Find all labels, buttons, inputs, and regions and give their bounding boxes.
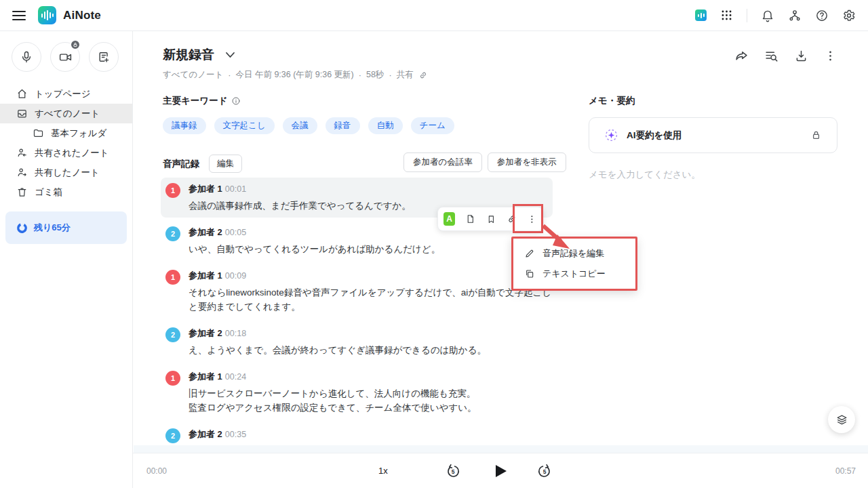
speaker-name: 参加者 1 — [189, 270, 222, 281]
breadcrumb[interactable]: すべてのノート — [163, 69, 223, 81]
help-icon[interactable] — [815, 9, 829, 22]
note-meta: すべてのノート · 今日 午前 9:36 (午前 9:36 更新) · 58秒 … — [163, 69, 428, 81]
trash-icon — [16, 186, 28, 198]
keyword-tag[interactable]: 文字起こし — [214, 117, 275, 134]
keyword-tag[interactable]: 議事録 — [163, 117, 206, 134]
download-icon[interactable] — [794, 49, 808, 63]
transcript-text: 監査ログやアクセス権限の設定もできて、チーム全体で使いやすい。 — [189, 401, 477, 415]
main-content: 新規録音 すべてのノート · 今日 午前 9:36 (午前 9:36 更新) ·… — [133, 31, 868, 453]
memo-heading: メモ・要約 — [589, 95, 635, 107]
keyword-tag[interactable]: チーム — [411, 117, 454, 134]
lock-badge-icon — [70, 39, 81, 50]
transcript-row[interactable]: 2 参加者 200:05 いや、自動でやってくれるツールがあれば助かるんだけど。 — [165, 226, 440, 256]
record-audio-button[interactable] — [12, 42, 41, 72]
sidebar-item-label: 共有したノート — [35, 167, 100, 179]
timestamp[interactable]: 00:24 — [225, 372, 246, 382]
org-chart-icon[interactable] — [788, 9, 802, 22]
folder-icon — [33, 127, 44, 139]
sidebar: トップページ すべてのノート 基本フォルダ 共有されたノート 共有したノート ゴ… — [0, 31, 133, 488]
svg-text:5: 5 — [452, 468, 455, 475]
share-link-icon[interactable] — [418, 70, 428, 80]
skip-forward-5-icon[interactable]: 5 — [536, 463, 553, 479]
sidebar-item-all-notes[interactable]: すべてのノート — [0, 104, 132, 123]
sidebar-item-label: ゴミ箱 — [35, 186, 62, 199]
share-status-label[interactable]: 共有 — [397, 69, 414, 81]
note-timestamp: 今日 午前 9:36 (午前 9:36 更新) — [235, 69, 353, 81]
meta-separator: · — [228, 70, 231, 80]
app-launcher-icon[interactable] — [720, 9, 733, 22]
note-duration: 58秒 — [366, 69, 384, 81]
talk-ratio-button[interactable]: 参加者の会話率 — [403, 152, 482, 172]
copy-icon — [524, 268, 535, 279]
ai-sparkle-icon — [604, 128, 618, 142]
info-icon[interactable] — [231, 96, 241, 106]
home-icon — [16, 88, 28, 100]
layers-fab-button[interactable] — [828, 406, 855, 433]
search-transcript-icon[interactable] — [764, 49, 778, 63]
sidebar-item-top-page[interactable]: トップページ — [0, 84, 132, 104]
highlight-a-icon[interactable]: A — [443, 212, 455, 226]
sidebar-item-label: 共有されたノート — [35, 147, 109, 159]
transcript-row[interactable]: 1 参加者 100:24 旧サービスクローバーノートから進化して、法人向けの機能… — [165, 371, 477, 415]
speaker-name: 参加者 1 — [189, 184, 222, 194]
audio-player-bar: 00:00 1x 5 5 00:57 — [133, 453, 868, 488]
menu-item-edit-transcript[interactable]: 音声記録を編集 — [513, 243, 635, 264]
transcript-row[interactable]: 2 参加者 200:18 え、ようやくまで。会議が終わってすぐぎ議事録ができるの… — [165, 327, 486, 357]
title-chevron-down-icon[interactable] — [225, 52, 235, 59]
player-total-time: 00:57 — [835, 466, 856, 476]
new-note-button[interactable] — [89, 42, 119, 72]
speaker-name: 参加者 1 — [189, 371, 222, 382]
active-row-strip — [134, 445, 868, 453]
remaining-time-card[interactable]: 残り65分 — [5, 211, 127, 244]
timestamp[interactable]: 00:05 — [225, 228, 246, 237]
more-options-icon[interactable] — [824, 49, 837, 62]
sidebar-item-basic-folder[interactable]: 基本フォルダ — [0, 123, 132, 143]
shared-with-me-icon — [16, 147, 28, 159]
transcript-text: それならlineworksinote録音や音声ファイルをアップするだけで、aiが… — [189, 285, 553, 314]
app-logo — [38, 6, 56, 24]
ai-summary-button[interactable]: AI要約を使用 — [589, 117, 837, 153]
app-name: AiNote — [63, 9, 101, 22]
edit-transcript-button[interactable]: 編集 — [209, 155, 242, 173]
menu-item-copy-text[interactable]: テキストコピー — [513, 264, 635, 284]
hamburger-menu-icon[interactable] — [12, 10, 26, 21]
share-note-icon[interactable] — [734, 49, 749, 63]
sidebar-item-shared-with-me[interactable]: 共有されたノート — [0, 143, 132, 163]
keyword-tag[interactable]: 録音 — [326, 117, 360, 134]
settings-icon[interactable] — [842, 9, 856, 22]
shared-by-me-icon — [16, 167, 28, 178]
keyword-tag[interactable]: 自動 — [368, 117, 403, 134]
top-bar: AiNote — [0, 0, 868, 31]
memo-input-placeholder[interactable]: メモを入力してください。 — [589, 169, 701, 181]
speaker-name: 参加者 2 — [189, 227, 222, 237]
menu-item-label: テキストコピー — [542, 268, 606, 280]
transcript-row[interactable]: 1 参加者 100:09 それならlineworksinote録音や音声ファイル… — [165, 270, 553, 314]
play-button-icon[interactable] — [493, 463, 508, 479]
keyword-tags: 議事録 文字起こし 会議 録音 自動 チーム — [163, 117, 454, 134]
divider — [747, 9, 747, 22]
locked-feature-icon — [810, 129, 822, 141]
ai-summary-label: AI要約を使用 — [627, 129, 802, 142]
timestamp[interactable]: 00:18 — [225, 329, 246, 338]
svg-text:5: 5 — [543, 468, 547, 475]
video-camera-icon — [58, 50, 73, 64]
timestamp[interactable]: 00:09 — [225, 271, 246, 281]
hide-participants-button[interactable]: 参加者を非表示 — [488, 152, 566, 172]
sidebar-item-trash[interactable]: ゴミ箱 — [0, 182, 132, 202]
bookmark-icon[interactable] — [486, 214, 496, 225]
transcript-row[interactable]: 2 参加者 200:35 — [165, 428, 246, 444]
timestamp[interactable]: 00:01 — [225, 184, 246, 194]
keyword-tag[interactable]: 会議 — [283, 117, 317, 134]
record-video-button[interactable] — [50, 42, 80, 72]
transcript-row[interactable]: 1 参加者 100:01 会議の議事録作成、まだ手作業でやってるんですか。 — [165, 183, 411, 213]
all-notes-icon — [16, 108, 28, 119]
notifications-icon[interactable] — [761, 9, 774, 22]
playback-speed-button[interactable]: 1x — [378, 466, 388, 476]
sidebar-item-shared-by-me[interactable]: 共有したノート — [0, 163, 132, 182]
note-page-icon[interactable] — [465, 213, 476, 225]
transcript-text: え、ようやくまで。会議が終わってすぐぎ議事録ができるのは助かる。 — [189, 343, 486, 357]
skip-back-5-icon[interactable]: 5 — [445, 463, 461, 479]
transcript-text: 旧サービスクローバーノートから進化して、法人向けの機能も充実。 — [189, 386, 477, 401]
app-logo-mini-icon[interactable] — [695, 9, 707, 21]
timestamp[interactable]: 00:35 — [225, 430, 246, 439]
